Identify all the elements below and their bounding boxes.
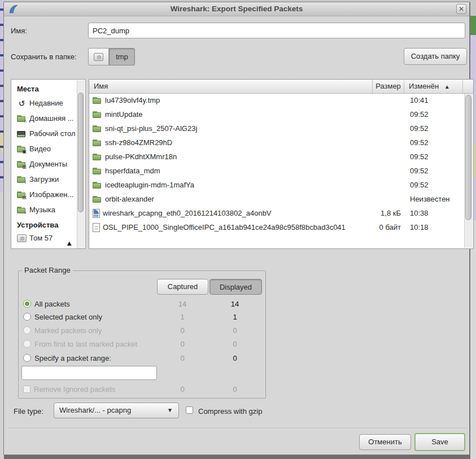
column-header-size[interactable]: Размер xyxy=(373,80,404,93)
radio-marked-packets xyxy=(23,326,31,334)
file-row[interactable]: 010 wireshark_pcapng_eth0_20161214103802… xyxy=(89,206,464,220)
compress-gzip-label: Compress with gzip xyxy=(198,407,262,416)
folder-icon xyxy=(93,96,102,105)
sidebar-item-downloads[interactable]: ↓ Загрузки xyxy=(11,172,85,187)
sidebar-item-documents[interactable]: ▥ Документы xyxy=(11,156,85,172)
file-row[interactable]: mintUpdate 09:52 xyxy=(89,107,464,121)
sidebar-item-pictures[interactable]: ▤ Изображен... xyxy=(11,187,85,202)
packet-range-row-all[interactable]: All packets xyxy=(23,298,70,309)
drive-icon xyxy=(94,53,103,61)
filename-input[interactable] xyxy=(88,23,465,38)
sidebar-item-recent[interactable]: ↺ Недавние xyxy=(11,95,85,111)
displayed-count: 0 xyxy=(218,326,252,335)
file-list-scrollbar-thumb[interactable] xyxy=(465,95,471,220)
file-name: sni-qt_psi-plus_2507-AlG23j xyxy=(105,124,197,133)
folder-icon xyxy=(93,110,102,119)
file-row[interactable]: OSL_PIPE_1000_SingleOfficeIPC_a161ab941c… xyxy=(89,220,464,234)
radio-selected-packet[interactable] xyxy=(23,313,31,321)
displayed-count: 0 xyxy=(218,340,252,348)
file-row[interactable]: pulse-PKdhtXMmr18n 09:52 xyxy=(89,150,464,164)
folder-icon xyxy=(93,124,102,133)
column-header-label: Изменён xyxy=(409,82,439,90)
column-header-name[interactable]: Имя xyxy=(89,80,373,93)
file-modified: Неизвестен xyxy=(404,195,450,203)
file-row[interactable]: ssh-z98o4ZMR29hD 09:52 xyxy=(89,135,464,150)
file-name: wireshark_pcapng_eth0_20161214103802_a4o… xyxy=(103,209,272,217)
file-type-dropdown[interactable]: Wireshark/... - pcapng ▼ xyxy=(54,403,179,418)
sidebar-item-label: Домашняя ... xyxy=(29,114,73,123)
displayed-count: 0 xyxy=(218,354,252,362)
file-name: hsperfdata_mdm xyxy=(105,167,160,175)
file-modified: 09:52 xyxy=(404,167,429,175)
column-header-modified[interactable]: Изменён ▲ xyxy=(404,80,463,93)
sidebar-item-label: Рабочий стол xyxy=(29,129,76,138)
displayed-column-button[interactable]: Displayed xyxy=(209,279,262,295)
file-name: OSL_PIPE_1000_SingleOfficeIPC_a161ab941c… xyxy=(103,223,346,231)
file-rows: lu4739olvf4y.tmp 10:41 mintUpdate 09:52 … xyxy=(89,93,464,248)
packet-range-row-selected[interactable]: Selected packet only xyxy=(23,311,102,322)
pictures-folder-icon: ▤ xyxy=(17,190,27,199)
packet-range-frame: Packet Range Captured Displayed All pack… xyxy=(18,270,266,399)
file-row[interactable]: orbit-alexander Неизвестен xyxy=(89,192,464,206)
sidebar-scrollbar[interactable] xyxy=(77,80,85,249)
file-row[interactable]: sni-qt_psi-plus_2507-AlG23j 09:52 xyxy=(89,121,464,135)
captured-column-button[interactable]: Captured xyxy=(157,279,208,295)
radio-first-to-last-marked xyxy=(23,340,31,348)
file-list-header: Имя Размер Изменён ▲ xyxy=(89,80,473,94)
file-row[interactable]: lu4739olvf4y.tmp 10:41 xyxy=(89,93,464,107)
sidebar-item-desktop[interactable]: Рабочий стол xyxy=(11,126,85,141)
folder-icon xyxy=(93,181,102,190)
file-modified: 10:18 xyxy=(404,223,429,231)
sidebar-item-label: Видео xyxy=(29,145,51,153)
titlebar[interactable]: Wireshark: Export Specified Packets ✕ xyxy=(4,2,469,16)
file-type-selected-value: Wireshark/... - pcapng xyxy=(59,406,131,414)
checkbox-remove-ignored xyxy=(23,386,30,393)
column-header-corner xyxy=(463,80,473,93)
file-list-scrollbar[interactable] xyxy=(464,94,473,248)
sidebar-scrollbar-thumb[interactable] xyxy=(78,93,84,212)
sidebar-item-label: Документы xyxy=(29,160,67,168)
sidebar-item-label: Музыка xyxy=(29,206,55,214)
tmp-path-button[interactable]: tmp xyxy=(109,48,135,65)
save-in-folder-label: Сохранить в папке: xyxy=(11,53,77,61)
file-name: orbit-alexander xyxy=(105,195,154,203)
file-type-label: File type: xyxy=(14,407,43,416)
sidebar-item-volume[interactable]: Том 57 xyxy=(11,230,85,246)
captured-count: 0 xyxy=(165,354,199,362)
radio-all-packets[interactable] xyxy=(23,300,31,308)
file-name: mintUpdate xyxy=(105,110,142,119)
checkbox-compress-gzip[interactable] xyxy=(186,406,193,414)
row-label: Selected packet only xyxy=(34,313,102,321)
folder-icon xyxy=(93,195,102,204)
packet-range-row-specify[interactable]: Specify a packet range: xyxy=(23,352,111,364)
documents-folder-icon: ▥ xyxy=(17,160,27,169)
save-button[interactable]: Save xyxy=(414,433,465,451)
screen: Wireshark: Export Specified Packets ✕ Им… xyxy=(0,0,476,459)
file-name: lu4739olvf4y.tmp xyxy=(105,96,160,104)
sidebar-item-music[interactable]: ♪ Музыка xyxy=(11,202,85,217)
close-icon[interactable]: ✕ xyxy=(456,4,466,14)
eject-icon[interactable]: ▲ xyxy=(65,239,73,247)
desktop-icon xyxy=(17,129,27,138)
create-folder-button[interactable]: Создать папку xyxy=(404,48,467,65)
displayed-count: 1 xyxy=(218,313,252,321)
sidebar-item-videos[interactable]: ▣ Видео xyxy=(11,141,85,156)
folder-icon xyxy=(93,167,102,176)
file-name: pulse-PKdhtXMmr18n xyxy=(105,152,177,161)
sidebar-item-home[interactable]: ⌂ Домашняя ... xyxy=(11,111,85,126)
file-modified: 09:52 xyxy=(404,181,429,189)
capture-file-icon: 010 xyxy=(93,209,100,218)
cancel-button[interactable]: Отменить xyxy=(359,434,411,450)
radio-specify-range[interactable] xyxy=(23,354,31,362)
action-area-separator xyxy=(8,428,467,429)
home-folder-icon: ⌂ xyxy=(17,114,27,123)
row-label: Remove Ignored packets xyxy=(34,385,116,394)
packet-range-input[interactable] xyxy=(21,366,157,380)
file-modified: 09:52 xyxy=(404,152,429,161)
file-row[interactable]: icedteaplugin-mdm-1mafYa 09:52 xyxy=(89,178,464,192)
row-label: Specify a packet range: xyxy=(34,354,111,362)
filesystem-path-button[interactable] xyxy=(88,48,109,65)
file-row[interactable]: hsperfdata_mdm 09:52 xyxy=(89,164,464,178)
devices-header: Устройства xyxy=(11,217,85,230)
file-modified: 10:38 xyxy=(404,209,429,217)
